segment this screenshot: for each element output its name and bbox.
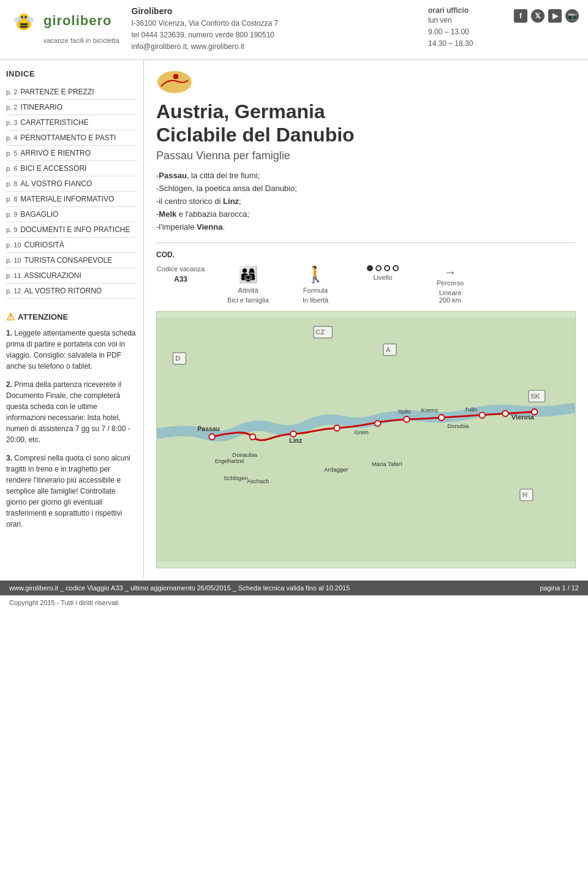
youtube-icon[interactable]: ▶ xyxy=(548,9,562,23)
sidebar-item[interactable]: p. 12AL VOSTRO RITORNO xyxy=(6,284,137,299)
orari-title: orari ufficio xyxy=(428,6,508,15)
sidebar-label: BICI E ACCESSORI xyxy=(20,164,86,173)
twitter-icon[interactable]: 𝕏 xyxy=(531,9,545,23)
svg-text:D: D xyxy=(175,355,180,362)
svg-rect-2 xyxy=(20,23,28,25)
orari-line1: lun ven xyxy=(428,15,508,26)
cod-attivita: 👨‍👩‍👧 Attività Bici e famiglia xyxy=(224,265,273,304)
footer-page: pagina 1 / 12 xyxy=(540,584,579,592)
sidebar-label: ARRIVO E RIENTRO xyxy=(20,149,91,157)
sidebar-item[interactable]: p. 8AL VOSTRO FIANCO xyxy=(6,176,137,192)
desc-melk: -Melk e l'abbazia barocca; xyxy=(156,208,576,221)
sidebar-label: CURIOSITÀ xyxy=(24,241,64,249)
sidebar-label: ITINERARIO xyxy=(20,103,62,111)
svg-text:Passau: Passau xyxy=(197,426,220,432)
sidebar-page: p. 8 xyxy=(6,195,17,203)
svg-text:Donaubia: Donaubia xyxy=(232,452,257,459)
dot-2 xyxy=(375,265,382,271)
header-middle: Girolibero I-36100 Vicenza, Via Conforto… xyxy=(119,6,428,53)
sidebar-label: PERNOTTAMENTO E PASTI xyxy=(20,134,116,142)
sidebar-item[interactable]: p. 9DOCUMENTI E INFO PRATICHE xyxy=(6,222,137,238)
map-svg: Passau Donaubia Engelhartzel Schlögen As… xyxy=(157,312,575,568)
austria-flag-icon xyxy=(156,69,576,97)
svg-text:Aschach: Aschach xyxy=(247,478,269,484)
orari-line2: 9.00 – 13.00 xyxy=(428,26,508,38)
sidebar-label: AL VOSTRO FIANCO xyxy=(20,179,92,188)
attention-items: 1. Leggete attentamente questa scheda pr… xyxy=(6,328,137,530)
sidebar-item[interactable]: p. 11ASSICURAZIONI xyxy=(6,268,137,284)
svg-point-18 xyxy=(439,415,444,421)
sidebar-item[interactable]: p. 2ITINERARIO xyxy=(6,100,137,115)
attention-num: 2. xyxy=(6,380,12,389)
sidebar-item[interactable]: p. 10CURIOSITÀ xyxy=(6,238,137,253)
austria-map-svg xyxy=(156,69,193,95)
header: girolibero vacanze facili in bicicletta … xyxy=(0,0,588,60)
attention-item: 3. Compresi nella quota ci sono alcuni t… xyxy=(6,453,137,530)
formula-icon: 🚶 xyxy=(306,265,325,284)
sidebar-item[interactable]: p. 8MATERIALE INFORMATIVO xyxy=(6,192,137,207)
sidebar-item[interactable]: p. 4PERNOTTAMENTO E PASTI xyxy=(6,130,137,146)
title-line1: Austria, Germania xyxy=(156,100,325,122)
svg-point-16 xyxy=(375,421,380,426)
attention-item: 1. Leggete attentamente questa scheda pr… xyxy=(6,328,137,372)
sidebar-title: INDICE xyxy=(6,69,137,78)
cod-codice-label: Codice vacanza xyxy=(157,265,205,273)
attention-item: 2. Prima della partenza riceverete il Do… xyxy=(6,379,137,445)
sidebar-label: TURISTA CONSAPEVOLE xyxy=(24,256,112,265)
sidebar-items: p. 2PARTENZE E PREZZIp. 2ITINERARIOp. 3C… xyxy=(6,85,137,299)
logo-area: girolibero vacanze facili in bicicletta xyxy=(9,6,119,44)
social-links: f 𝕏 ▶ 📷 xyxy=(514,6,579,23)
sidebar-item[interactable]: p. 5ARRIVO E RIENTRO xyxy=(6,146,137,161)
facebook-icon[interactable]: f xyxy=(514,9,527,23)
svg-text:Maria Taferl: Maria Taferl xyxy=(372,461,402,467)
footer-bar: www.girolibero.it _ codice Viaggio A33 _… xyxy=(0,581,588,595)
svg-text:Donubia: Donubia xyxy=(447,423,469,429)
cod-formula-value: In libertà xyxy=(303,296,328,304)
cod-codice-value: A33 xyxy=(174,275,187,284)
header-orari: orari ufficio lun ven 9.00 – 13.00 14.30… xyxy=(428,6,508,50)
logo-tagline: vacanze facili in bicicletta xyxy=(43,37,119,44)
sidebar-label: AL VOSTRO RITORNO xyxy=(24,287,102,295)
svg-text:Ardagger: Ardagger xyxy=(324,467,348,473)
svg-text:Grein: Grein xyxy=(355,429,369,435)
dot-4 xyxy=(393,265,399,271)
svg-text:Vienna: Vienna xyxy=(511,413,535,421)
sidebar-label: MATERIALE INFORMATIVO xyxy=(20,195,114,203)
sidebar-page: p. 10 xyxy=(6,241,21,249)
attention-box: ⚠ ATTENZIONE 1. Leggete attentamente que… xyxy=(6,311,137,530)
logo-text: girolibero xyxy=(43,13,111,29)
sidebar-label: PARTENZE E PREZZI xyxy=(20,88,94,96)
cod-attivita-value: Bici e famiglia xyxy=(227,296,269,304)
sidebar-label: DOCUMENTI E INFO PRATICHE xyxy=(20,225,130,234)
instagram-icon[interactable]: 📷 xyxy=(565,9,579,23)
svg-text:SK: SK xyxy=(530,393,541,400)
svg-point-12 xyxy=(209,434,214,440)
sidebar-item[interactable]: p. 10TURISTA CONSAPEVOLE xyxy=(6,253,137,268)
main-layout: INDICE p. 2PARTENZE E PREZZIp. 2ITINERAR… xyxy=(0,60,588,578)
desc-passau: -Passau, la città dei tre fiumi; xyxy=(156,170,576,182)
sidebar-page: p. 5 xyxy=(6,149,17,157)
content-area: Austria, Germania Ciclabile del Danubio … xyxy=(144,60,588,578)
level-dots xyxy=(367,265,399,271)
svg-text:A: A xyxy=(386,346,391,353)
copyright-text: Copyright 2015 - Tutti i diritti riserva… xyxy=(9,599,119,606)
svg-text:Spitz: Spitz xyxy=(398,408,411,415)
dot-3 xyxy=(384,265,390,271)
sidebar-item[interactable]: p. 2PARTENZE E PREZZI xyxy=(6,85,137,100)
cod-row: Codice vacanza A33 👨‍👩‍👧 Attività Bici e… xyxy=(156,265,576,304)
svg-point-20 xyxy=(502,411,508,416)
sidebar-item[interactable]: p. 9BAGAGLIO xyxy=(6,207,137,222)
svg-text:H: H xyxy=(522,491,527,498)
sidebar-item[interactable]: p. 6BICI E ACCESSORI xyxy=(6,161,137,176)
header-address: I-36100 Vicenza, Via Conforto da Costozz… xyxy=(132,18,416,29)
sidebar-page: p. 10 xyxy=(6,257,21,264)
attention-title: ⚠ ATTENZIONE xyxy=(6,311,137,323)
attivita-icon: 👨‍👩‍👧 xyxy=(238,265,258,284)
svg-text:Engelhartzel: Engelhartzel xyxy=(215,458,244,464)
sidebar-page: p. 9 xyxy=(6,226,17,233)
sidebar-item[interactable]: p. 3CARATTERISTICHE xyxy=(6,115,137,130)
cod-codice: Codice vacanza A33 xyxy=(156,265,205,284)
svg-point-19 xyxy=(479,413,484,418)
orari-line3: 14.30 – 18.30 xyxy=(428,38,508,50)
logo-bee-icon xyxy=(9,6,39,36)
